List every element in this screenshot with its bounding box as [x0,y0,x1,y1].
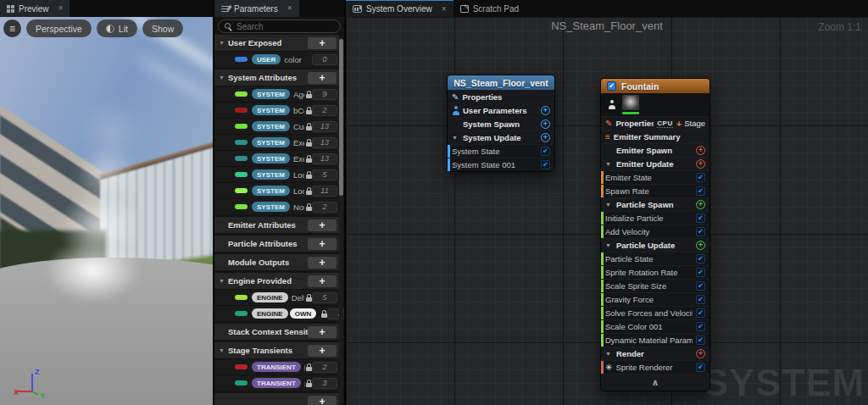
add-parameter-button[interactable] [308,72,337,84]
parameter-row[interactable]: USER color 0 [214,51,339,67]
stack-row[interactable]: System State 001 [448,158,554,171]
module-enabled-checkbox[interactable] [696,363,705,372]
stack-row[interactable]: Emitter Update [601,157,709,170]
add-module-button[interactable] [541,133,550,142]
parameter-row[interactable]: TRANSIENT Si 3 [214,374,339,391]
parameter-row[interactable]: SYSTEM Exe 13 [214,150,339,166]
show-button[interactable]: Show [142,19,183,37]
add-parameter-button[interactable] [308,257,337,269]
search-input[interactable] [236,22,334,31]
add-parameter-button[interactable] [308,275,337,287]
module-enabled-checkbox[interactable] [696,281,705,291]
parameter-category-header[interactable]: Emitter Attributes [214,217,339,233]
viewport-menu-button[interactable] [3,19,21,37]
add-parameter-button[interactable] [308,238,337,250]
system-node[interactable]: NS_Steam_Floor_vent Properties [447,75,555,172]
parameter-row[interactable]: SYSTEM Cur 13 [214,118,339,134]
emitter-enabled-checkbox[interactable] [607,81,616,91]
module-enabled-checkbox[interactable] [696,173,705,182]
add-parameter-button[interactable] [308,37,337,49]
material-thumbnail[interactable] [622,95,639,114]
close-icon[interactable] [58,4,64,13]
emitter-node-fountain[interactable]: Fountain Properties CPU Stage [600,78,710,391]
parameter-category-header[interactable]: Module Outputs [214,254,339,270]
chevron-down-icon[interactable] [605,351,613,357]
lit-button[interactable]: Lit [97,19,137,37]
chevron-down-icon[interactable] [605,161,613,167]
module-enabled-checkbox[interactable] [696,227,705,236]
collapse-node-button[interactable] [601,374,709,391]
module-enabled-checkbox[interactable] [696,308,705,318]
stack-row[interactable]: System Spawn [448,117,554,130]
tab-preview[interactable]: Preview [0,0,70,17]
parameter-category-header[interactable]: Engine Provided [214,273,339,289]
module-enabled-checkbox[interactable] [696,336,705,345]
parameter-category-header[interactable] [214,393,339,405]
graph-canvas[interactable]: NS_Steam_Floor_vent Zoom 1:1 SYSTEM NS_S… [346,17,868,405]
add-parameter-button[interactable] [308,396,337,405]
parameter-category-header[interactable]: System Attributes [214,69,339,86]
parameter-category-header[interactable]: Stage Transients [214,342,339,358]
chevron-down-icon[interactable] [452,135,459,141]
add-module-button[interactable] [696,241,705,250]
add-parameter-button[interactable] [308,326,337,338]
add-module-button[interactable] [696,349,705,358]
module-enabled-checkbox[interactable] [696,268,705,277]
parameter-row[interactable]: SYSTEM Loop 5 [214,166,339,182]
enabled-checkbox[interactable] [541,147,550,156]
stack-row[interactable]: User Parameters [448,103,554,117]
module-enabled-checkbox[interactable] [696,322,705,331]
close-icon[interactable] [442,5,447,14]
parameter-row[interactable]: SYSTEM Exe 13 [214,134,339,150]
chevron-down-icon[interactable] [605,242,613,248]
stack-row[interactable]: Add Velocity [601,225,709,238]
parameter-category-header[interactable]: Particle Attributes [214,236,339,252]
add-module-button[interactable] [696,200,705,209]
stack-row[interactable]: Spawn Rate [601,184,709,197]
cpu-sim-target-badge[interactable]: CPU [657,119,672,128]
perspective-button[interactable]: Perspective [26,19,92,37]
parameter-row[interactable]: SYSTEM Norr 2 [214,198,339,214]
add-module-button[interactable] [541,119,550,129]
add-module-button[interactable] [541,106,550,115]
tab-parameters[interactable]: Parameters [214,0,299,17]
parameter-row[interactable]: TRANSIENT Fi 2 [214,358,339,374]
parameter-category-header[interactable]: Stack Context Sensitive [214,324,339,340]
parameter-row[interactable]: SYSTEM bCor 2 [214,102,339,118]
module-enabled-checkbox[interactable] [696,254,705,264]
tab-scratch-pad[interactable]: Scratch Pad [453,0,526,17]
stack-row[interactable]: Render [601,347,709,360]
add-stage-button[interactable]: Stage [676,119,705,129]
stack-row[interactable]: Scale Color 001 [601,319,709,333]
stack-row[interactable]: Particle State [601,252,709,265]
enabled-checkbox[interactable] [541,160,550,169]
stack-row[interactable]: Emitter State [601,170,709,184]
stack-row[interactable]: System Update [448,130,554,144]
module-enabled-checkbox[interactable] [696,186,705,196]
parameter-row[interactable]: SYSTEM Age 9 [214,86,339,102]
stack-row[interactable]: Sprite Renderer [601,360,709,374]
add-parameter-button[interactable] [308,219,337,231]
add-module-button[interactable] [696,146,705,155]
tab-system-overview[interactable]: System Overview [346,0,453,17]
scrollbar-thumb[interactable] [339,39,343,196]
stack-row[interactable]: Dynamic Material Parameters [601,333,709,347]
stack-row[interactable]: Solve Forces and Velocity [601,306,709,319]
add-module-button[interactable] [696,159,705,169]
emitter-properties-row[interactable]: Properties CPU Stage [601,116,709,130]
stack-row[interactable]: Properties [448,90,554,103]
parameter-category-header[interactable]: User Exposed [214,35,339,51]
stack-row[interactable]: System State [448,144,554,158]
stack-row[interactable]: Gravity Force [601,292,709,306]
add-parameter-button[interactable] [308,345,337,357]
close-icon[interactable] [287,4,292,13]
stack-row[interactable]: Initialize Particle [601,211,709,225]
viewport-3d[interactable]: Z X Y Perspective Lit Show [0,17,213,405]
stack-row[interactable]: Sprite Rotation Rate [601,265,709,279]
scrollbar-track[interactable] [339,37,343,403]
stack-row[interactable]: Particle Spawn [601,197,709,211]
parameter-row[interactable]: ENGINE OWN 3 [214,305,339,321]
chevron-down-icon[interactable] [605,202,613,208]
stack-row[interactable]: Particle Update [601,238,709,252]
module-enabled-checkbox[interactable] [696,295,705,304]
